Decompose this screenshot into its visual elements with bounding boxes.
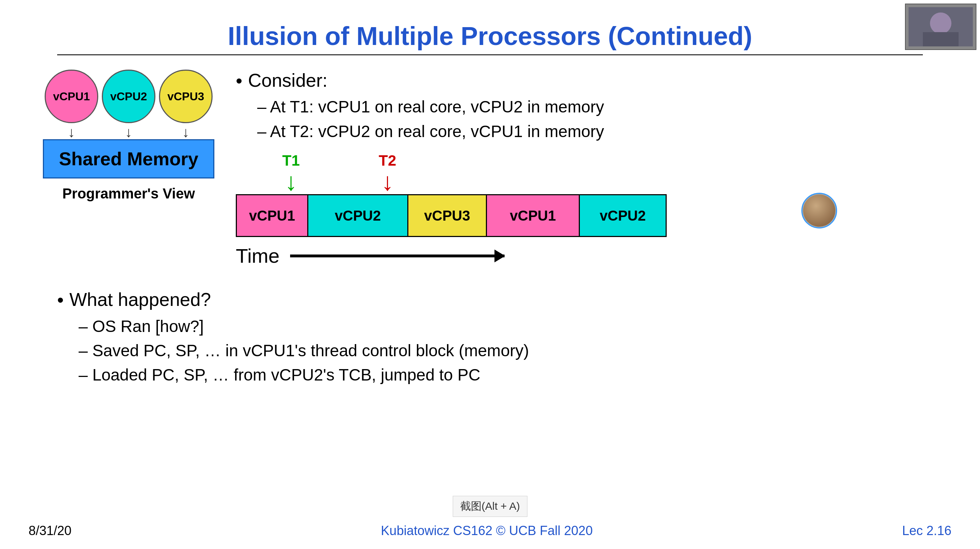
footer: 8/31/20 Kubiatowicz CS162 © UCB Fall 202…: [0, 523, 980, 538]
time-arrow-line: [290, 254, 504, 257]
slide: Illusion of Multiple Processors (Continu…: [0, 0, 980, 549]
timeline-box-vcpu1-second: vCPU1: [487, 195, 580, 236]
timeline-boxes: vCPU1 vCPU2 vCPU3 vCPU1 vCPU2: [236, 194, 667, 237]
time-label: Time: [236, 244, 279, 267]
consider-list: • Consider: At T1: vCPU1 on real core, v…: [236, 70, 951, 144]
arrow-vcpu2: ↓: [102, 125, 156, 139]
t1-marker: T1 ↓: [282, 152, 300, 194]
shared-memory-box: Shared Memory: [43, 139, 214, 178]
bottom-section: • What happened? OS Ran [how?] Saved PC,…: [29, 289, 951, 387]
left-diagram: vCPU1 vCPU2 vCPU3 ↓ ↓ ↓ Shared Memory: [43, 70, 214, 202]
what-happened-sub-list: OS Ran [how?] Saved PC, SP, … in vCPU1's…: [57, 315, 951, 387]
down-arrows: ↓ ↓ ↓: [45, 125, 213, 139]
footer-date: 8/31/20: [29, 523, 72, 538]
timeline-box-vcpu3: vCPU3: [408, 195, 487, 236]
consider-sub2: At T2: vCPU2 on real core, vCPU1 in memo…: [257, 120, 951, 143]
what-happened-sub2: Saved PC, SP, … in vCPU1's thread contro…: [79, 339, 951, 362]
content-area: vCPU1 vCPU2 vCPU3 ↓ ↓ ↓ Shared Memory: [29, 70, 951, 267]
svg-rect-2: [923, 32, 959, 46]
timeline-area: T1 ↓ T2 ↓ vCPU1 vCPU2 vCPU3 vCPU1 vCPU2: [236, 155, 951, 267]
t2-arrow-icon: ↓: [381, 169, 394, 194]
time-row: Time: [236, 244, 504, 267]
programmers-view-label: Programmer's View: [62, 186, 195, 202]
vcpu-circles: vCPU1 vCPU2 vCPU3: [45, 70, 213, 123]
vcpu2-circle: vCPU2: [102, 70, 156, 123]
slide-title: Illusion of Multiple Processors (Continu…: [29, 21, 951, 51]
video-thumbnail: [905, 3, 977, 50]
timeline-box-vcpu2-first: vCPU2: [308, 195, 408, 236]
avatar-image: [803, 195, 835, 227]
title-divider: [57, 54, 923, 56]
bullet-dot-2: •: [57, 289, 64, 311]
screenshot-tooltip[interactable]: 截图(Alt + A): [453, 496, 528, 517]
timeline-box-vcpu2-second: vCPU2: [580, 195, 666, 236]
avatar: [801, 193, 837, 228]
what-happened-sub1: OS Ran [how?]: [79, 315, 951, 338]
bullet-dot: •: [236, 70, 242, 92]
what-happened-list: • What happened? OS Ran [how?] Saved PC,…: [57, 289, 951, 387]
t1-arrow-icon: ↓: [285, 169, 297, 194]
what-happened-sub3: Loaded PC, SP, … from vCPU2's TCB, jumpe…: [79, 363, 951, 386]
timeline-box-vcpu1-first: vCPU1: [237, 195, 308, 236]
what-happened-item: • What happened?: [57, 289, 951, 311]
consider-sub1: At T1: vCPU1 on real core, vCPU2 in memo…: [257, 95, 951, 118]
arrow-vcpu1: ↓: [45, 125, 98, 139]
svg-point-1: [930, 13, 951, 34]
right-content: • Consider: At T1: vCPU1 on real core, v…: [236, 70, 951, 267]
arrow-vcpu3: ↓: [159, 125, 213, 139]
vcpu1-circle: vCPU1: [45, 70, 98, 123]
t2-marker: T2 ↓: [379, 152, 396, 194]
footer-course: Kubiatowicz CS162 © UCB Fall 2020: [381, 523, 593, 538]
vcpu3-circle: vCPU3: [159, 70, 213, 123]
consider-item: • Consider:: [236, 70, 951, 92]
consider-sub-list: At T1: vCPU1 on real core, vCPU2 in memo…: [236, 95, 951, 143]
time-markers: T1 ↓ T2 ↓: [243, 155, 707, 194]
footer-slide-num: Lec 2.16: [902, 523, 951, 538]
